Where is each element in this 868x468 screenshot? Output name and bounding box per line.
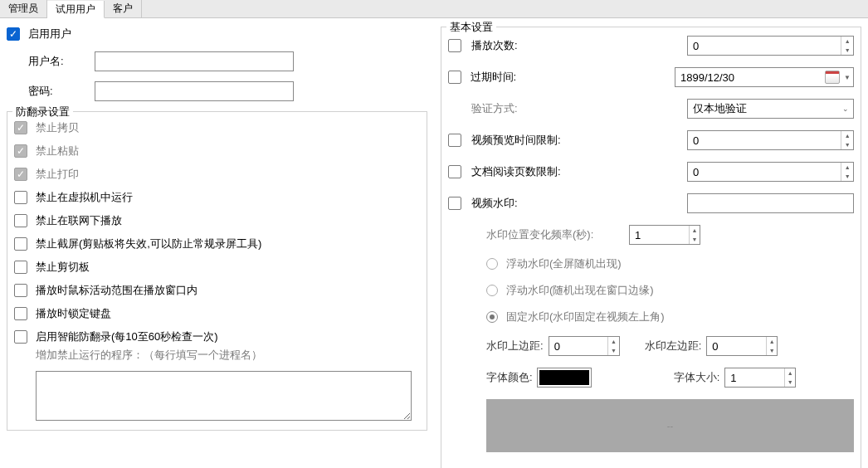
legend-basic: 基本设置 (446, 20, 496, 35)
datepicker-expire[interactable]: ▼ (675, 67, 854, 87)
input-expire[interactable] (675, 70, 825, 85)
radio-fixed[interactable] (486, 311, 498, 323)
label-no-copy: 禁止拷贝 (36, 120, 79, 135)
label-lock-keyboard: 播放时锁定键盘 (36, 306, 111, 321)
label-verify: 验证方式: (471, 101, 687, 116)
down-arrow-icon[interactable]: ▼ (608, 346, 618, 355)
right-panel: 基本设置 播放次数: ▲▼ 过期时间: (434, 18, 868, 468)
input-preview-limit[interactable] (688, 131, 841, 149)
label-no-net: 禁止在联网下播放 (36, 213, 122, 228)
checkbox-no-paste (14, 144, 27, 158)
spinner-wm-left[interactable]: ▲▼ (706, 336, 778, 356)
color-swatch[interactable] (538, 368, 591, 387)
chevron-down-icon[interactable]: ⌄ (838, 105, 853, 113)
up-arrow-icon[interactable]: ▲ (841, 131, 853, 140)
tab-customer[interactable]: 客户 (105, 0, 142, 17)
input-username[interactable] (95, 51, 294, 71)
checkbox-no-clipboard[interactable] (14, 261, 27, 274)
input-video-wm[interactable] (687, 193, 854, 213)
label-wm-freq: 水印位置变化频率(秒): (463, 227, 629, 242)
checkbox-no-net[interactable] (14, 214, 27, 227)
spinner-doc-pages[interactable]: ▲▼ (687, 162, 854, 182)
label-video-wm: 视频水印: (471, 196, 687, 211)
label-expire: 过期时间: (471, 70, 675, 85)
calendar-icon[interactable] (825, 71, 840, 84)
up-arrow-icon[interactable]: ▲ (841, 163, 853, 172)
label-font-color: 字体颜色: (486, 370, 533, 385)
chevron-down-icon[interactable]: ▼ (841, 74, 853, 81)
label-wm-top: 水印上边距: (486, 339, 544, 353)
down-arrow-icon[interactable]: ▼ (841, 46, 853, 55)
label-enable-user: 启用用户 (28, 27, 71, 41)
label-float-full: 浮动水印(全屏随机出现) (506, 256, 622, 271)
input-font-size[interactable] (725, 368, 784, 387)
label-no-paste: 禁止粘贴 (36, 144, 79, 158)
checkbox-doc-pages[interactable] (448, 165, 461, 178)
input-wm-freq[interactable] (630, 226, 689, 244)
radio-float-edge[interactable] (486, 285, 498, 296)
label-add-proc-hint: 增加禁止运行的程序：（每行填写一个进程名） (36, 348, 262, 363)
checkbox-no-copy (14, 121, 27, 134)
up-arrow-icon[interactable]: ▲ (767, 337, 777, 346)
label-fixed: 固定水印(水印固定在视频左上角) (506, 310, 665, 324)
label-password: 密码: (28, 84, 95, 99)
left-panel: 启用用户 用户名: 密码: 防翻录设置 禁止拷贝 禁止粘贴 禁止打印 禁止在虚拟… (0, 18, 434, 468)
down-arrow-icon[interactable]: ▼ (841, 140, 853, 149)
down-arrow-icon[interactable]: ▼ (841, 172, 853, 181)
spinner-font-size[interactable]: ▲▼ (724, 368, 796, 388)
label-no-print: 禁止打印 (36, 167, 79, 182)
input-play-count[interactable] (688, 37, 841, 55)
checkbox-video-wm[interactable] (448, 197, 461, 210)
label-no-vm: 禁止在虚拟机中运行 (36, 190, 133, 205)
up-arrow-icon[interactable]: ▲ (690, 226, 700, 235)
checkbox-enable-user[interactable] (7, 27, 20, 41)
input-wm-left[interactable] (707, 337, 766, 355)
checkbox-no-screenshot[interactable] (14, 237, 27, 251)
spinner-wm-freq[interactable]: ▲▼ (629, 225, 700, 245)
label-no-clipboard: 禁止剪切板 (36, 260, 90, 275)
checkbox-no-vm[interactable] (14, 191, 27, 204)
legend-anti-record: 防翻录设置 (12, 105, 73, 119)
label-smart-anti: 启用智能防翻录(每10至60秒检查一次) (36, 329, 218, 344)
spinner-preview-limit[interactable]: ▲▼ (687, 130, 854, 150)
input-password[interactable] (95, 81, 294, 101)
up-arrow-icon[interactable]: ▲ (841, 37, 853, 46)
radio-float-full[interactable] (486, 258, 498, 270)
fieldset-basic: 基本设置 播放次数: ▲▼ 过期时间: (441, 27, 861, 468)
checkbox-mouse-bound[interactable] (14, 284, 27, 297)
up-arrow-icon[interactable]: ▲ (785, 368, 795, 378)
input-wm-top[interactable] (549, 337, 608, 355)
down-arrow-icon[interactable]: ▼ (785, 378, 795, 387)
label-doc-pages: 文档阅读页数限制: (471, 164, 687, 179)
fieldset-anti-record: 防翻录设置 禁止拷贝 禁止粘贴 禁止打印 禁止在虚拟机中运行 禁止在联网下播放 … (7, 111, 427, 431)
checkbox-expire[interactable] (448, 71, 461, 84)
checkbox-preview-limit[interactable] (448, 134, 461, 147)
tab-admin[interactable]: 管理员 (0, 0, 47, 17)
label-play-count: 播放次数: (471, 38, 687, 53)
label-float-edge: 浮动水印(随机出现在窗口边缘) (506, 283, 654, 298)
label-mouse-bound: 播放时鼠标活动范围在播放窗口内 (36, 283, 197, 298)
up-arrow-icon[interactable]: ▲ (608, 337, 618, 346)
checkbox-smart-anti[interactable] (14, 330, 27, 344)
label-preview-limit: 视频预览时间限制: (471, 133, 687, 148)
checkbox-lock-keyboard[interactable] (14, 307, 27, 320)
tab-bar: 管理员 试用用户 客户 (0, 0, 868, 18)
label-font-size: 字体大小: (674, 370, 720, 385)
checkbox-play-count[interactable] (448, 39, 461, 52)
label-wm-left: 水印左边距: (645, 339, 702, 353)
tab-trial[interactable]: 试用用户 (47, 1, 105, 18)
select-verify[interactable]: 仅本地验证 ⌄ (687, 99, 854, 119)
watermark-preview: -- (486, 399, 854, 452)
select-verify-value: 仅本地验证 (693, 101, 747, 116)
input-doc-pages[interactable] (688, 163, 841, 181)
down-arrow-icon[interactable]: ▼ (767, 346, 777, 355)
spinner-wm-top[interactable]: ▲▼ (549, 336, 620, 356)
textarea-blocked-processes[interactable] (36, 371, 412, 421)
spinner-play-count[interactable]: ▲▼ (687, 36, 854, 56)
checkbox-no-print (14, 168, 27, 181)
label-username: 用户名: (28, 54, 95, 69)
down-arrow-icon[interactable]: ▼ (690, 235, 700, 244)
label-no-screenshot: 禁止截屏(剪贴板将失效,可以防止常规录屏工具) (36, 236, 261, 251)
